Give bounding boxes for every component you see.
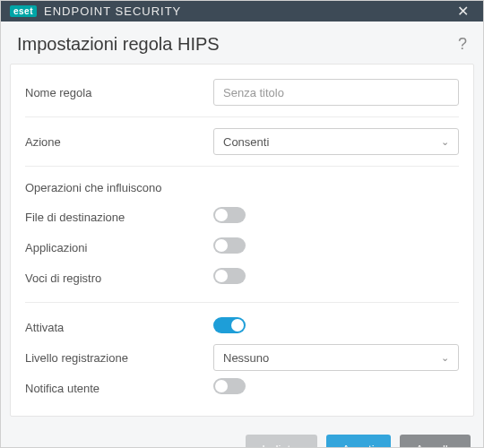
- close-icon[interactable]: ✕: [452, 1, 474, 22]
- label-applications: Applicazioni: [25, 241, 213, 254]
- toggle-enabled[interactable]: [213, 317, 246, 333]
- settings-panel: Nome regola Azione Consenti ⌄ Operazioni…: [10, 64, 474, 417]
- label-notify-user: Notifica utente: [25, 382, 213, 395]
- action-value: Consenti: [223, 135, 269, 149]
- chevron-down-icon: ⌄: [441, 136, 449, 148]
- row-applications: Applicazioni: [25, 232, 459, 263]
- label-rule-name: Nome regola: [25, 86, 213, 99]
- chevron-down-icon: ⌄: [441, 352, 449, 364]
- label-action: Azione: [25, 135, 213, 149]
- row-action: Azione Consenti ⌄: [25, 126, 459, 157]
- row-target-files: File di destinazione: [25, 202, 459, 232]
- label-registry: Voci di registro: [25, 271, 213, 285]
- divider: [25, 116, 459, 117]
- row-enabled: Attivata: [25, 312, 459, 342]
- toggle-notify-user[interactable]: [213, 378, 246, 394]
- row-notify-user: Notifica utente: [25, 373, 459, 403]
- help-icon[interactable]: ?: [458, 35, 467, 54]
- brand-text: ENDPOINT SECURITY: [44, 4, 181, 18]
- brand-logo: eset ENDPOINT SECURITY: [10, 4, 181, 18]
- label-target-files: File di destinazione: [25, 211, 213, 224]
- label-enabled: Attivata: [25, 321, 213, 334]
- row-rule-name: Nome regola: [25, 77, 459, 108]
- footer: Indietro Avanti Annulla: [1, 426, 483, 448]
- page-title: Impostazioni regola HIPS: [17, 34, 458, 55]
- titlebar: eset ENDPOINT SECURITY ✕: [1, 1, 483, 22]
- log-level-value: Nessuno: [223, 351, 269, 365]
- page-header: Impostazioni regola HIPS ?: [1, 22, 483, 64]
- cancel-button[interactable]: Annulla: [400, 435, 471, 448]
- row-log-level: Livello registrazione Nessuno ⌄: [25, 342, 459, 373]
- toggle-target-files[interactable]: [213, 207, 246, 223]
- action-select[interactable]: Consenti ⌄: [213, 128, 459, 155]
- back-button: Indietro: [246, 435, 316, 448]
- row-registry: Voci di registro: [25, 263, 459, 293]
- label-log-level: Livello registrazione: [25, 351, 213, 365]
- toggle-applications[interactable]: [213, 237, 246, 254]
- brand-short: eset: [10, 5, 37, 17]
- log-level-select[interactable]: Nessuno ⌄: [213, 344, 459, 371]
- divider: [25, 302, 459, 303]
- next-button[interactable]: Avanti: [326, 435, 391, 448]
- operations-section-label: Operazioni che influiscono: [25, 176, 459, 202]
- toggle-registry[interactable]: [213, 268, 246, 284]
- rule-name-input[interactable]: [213, 79, 459, 106]
- divider: [25, 166, 459, 167]
